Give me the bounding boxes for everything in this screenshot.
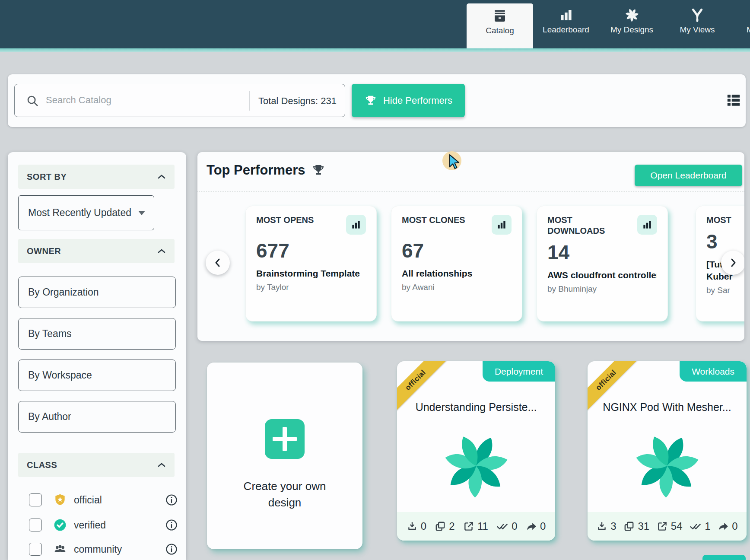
plus-icon[interactable] (265, 419, 305, 459)
search-box: Total Designs: 231 (14, 84, 345, 117)
opens-count: 11 (477, 520, 488, 532)
metric-value: 677 (256, 239, 366, 262)
downloads-stat: 0 (407, 520, 426, 532)
chevron-up-icon (157, 174, 166, 180)
class-section-header[interactable]: CLASS (18, 453, 175, 477)
community-label: community (74, 544, 122, 555)
shares-count: 0 (540, 520, 546, 532)
filter-by-workspace-button[interactable]: By Workspace (18, 360, 176, 391)
open-external-icon (463, 521, 474, 532)
design-author: by Sar (706, 286, 744, 295)
panel-divider (197, 191, 744, 192)
clones-stat: 31 (623, 520, 649, 532)
design-card-nginx-pod[interactable]: Workloads official NGINX Pod With Mesher… (588, 361, 747, 541)
carousel-next-button[interactable] (721, 251, 744, 275)
caret-down-icon (138, 211, 145, 215)
catalog-icon (492, 8, 508, 24)
filter-by-teams-button[interactable]: By Teams (18, 318, 176, 350)
filter-by-author-button[interactable]: By Author (18, 401, 176, 433)
search-input[interactable] (46, 85, 236, 116)
deploys-stat: 1 (690, 520, 710, 532)
deploys-count: 0 (512, 520, 517, 532)
share-arrow-icon (526, 521, 537, 532)
verified-badge-icon (53, 518, 67, 532)
performer-card-most-clones[interactable]: MOST CLONES 67 All relationships by Awan… (391, 206, 522, 321)
create-design-label: Create your own design (207, 478, 362, 511)
mouse-cursor (448, 154, 461, 170)
tab-my-views[interactable]: My Views (665, 0, 730, 48)
bar-chart-icon (346, 215, 366, 235)
tab-catalog[interactable]: Catalog (467, 3, 533, 48)
total-designs-count: Total Designs: 231 (258, 84, 337, 118)
catalog-page: Catalog Leaderboard (0, 0, 750, 560)
official-checkbox[interactable] (29, 493, 42, 506)
tab-partial-label: M (747, 25, 750, 35)
tab-leaderboard-label: Leaderboard (543, 25, 589, 35)
community-checkbox[interactable] (29, 543, 42, 556)
metric-label: MOST OPENS (256, 215, 314, 226)
trophy-icon (364, 94, 377, 107)
create-design-card[interactable]: Create your own design (207, 363, 362, 549)
sort-by-section-header[interactable]: SORT BY (18, 165, 175, 189)
sort-by-title: SORT BY (27, 172, 67, 182)
clones-count: 31 (638, 520, 649, 532)
opens-count: 54 (671, 520, 683, 532)
official-label: official (74, 494, 102, 506)
sort-by-select[interactable]: Most Recently Updated (18, 195, 154, 230)
filter-by-organization-button[interactable]: By Organization (18, 277, 176, 308)
info-icon[interactable] (165, 494, 178, 506)
meshery-design-logo (439, 429, 513, 503)
download-icon (596, 521, 607, 532)
tab-my-views-label: My Views (680, 25, 715, 35)
tab-my-designs[interactable]: My Designs (599, 0, 665, 48)
design-card-understanding-persistent[interactable]: Deployment official Understanding Persis… (397, 361, 555, 541)
design-name: AWS cloudfront controller (547, 270, 657, 280)
class-option-verified: verified (18, 514, 183, 536)
open-external-icon (657, 521, 668, 532)
metric-label: MOST DOWNLOADS (547, 215, 627, 236)
filter-sidebar: SORT BY Most Recently Updated OWNER By O… (8, 152, 186, 560)
class-option-official: official (18, 489, 183, 511)
search-divider (249, 91, 250, 111)
top-performers-panel: Top Performers Open Leaderboard MOST OPE… (197, 152, 744, 341)
kanvas-icon (690, 7, 705, 23)
list-view-icon[interactable] (726, 93, 741, 108)
opens-stat: 54 (657, 520, 683, 532)
open-leaderboard-button[interactable]: Open Leaderboard (635, 165, 742, 186)
tab-my-designs-label: My Designs (610, 25, 653, 35)
navbar-accent-strip (0, 48, 750, 52)
shares-count: 0 (732, 520, 737, 532)
tab-leaderboard[interactable]: Leaderboard (533, 0, 599, 48)
verified-label: verified (74, 519, 106, 531)
tab-partial[interactable]: M (737, 0, 750, 48)
downloads-stat: 3 (596, 520, 616, 532)
clone-icon (435, 521, 446, 532)
type-badge: Workloads (680, 361, 747, 382)
meshery-design-logo (630, 429, 704, 503)
owner-section-header[interactable]: OWNER (18, 239, 175, 263)
verified-checkbox[interactable] (29, 519, 42, 531)
trophy-icon (311, 163, 325, 177)
info-icon[interactable] (165, 519, 178, 531)
design-author: by Taylor (256, 283, 366, 292)
share-arrow-icon (718, 521, 729, 532)
design-stats-bar: 0 2 11 0 0 (397, 512, 555, 541)
performer-card-most-opens[interactable]: MOST OPENS 677 Brainstorming Template by… (245, 206, 377, 321)
hide-performers-label: Hide Performers (383, 95, 452, 106)
carousel-prev-button[interactable] (206, 251, 230, 275)
chevron-right-icon (729, 258, 737, 268)
bar-chart-icon (492, 215, 512, 235)
meshery-logo-icon (624, 7, 640, 23)
clone-icon (623, 521, 635, 532)
info-icon[interactable] (165, 543, 178, 555)
hide-performers-button[interactable]: Hide Performers (352, 84, 465, 117)
clones-count: 2 (449, 520, 454, 532)
shares-stat: 0 (718, 520, 737, 532)
tab-catalog-label: Catalog (486, 26, 514, 35)
top-performers-header: Top Performers (207, 162, 325, 178)
leaderboard-icon (558, 7, 574, 23)
chevron-up-icon (157, 462, 166, 468)
bar-chart-icon (637, 215, 657, 235)
metric-label: MOST (706, 215, 731, 226)
performer-card-most-downloads[interactable]: MOST DOWNLOADS 14 AWS cloudfront control… (537, 206, 668, 321)
